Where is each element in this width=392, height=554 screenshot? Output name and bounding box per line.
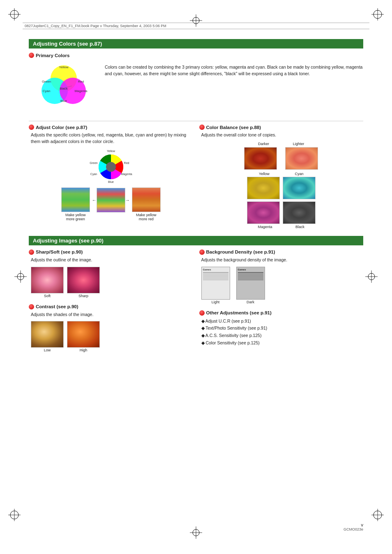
color-balance-col: Color Balance (see p.88) Adjusts the ove… (199, 125, 364, 230)
bg-density-photos: Games (201, 267, 364, 304)
balance-photo-darker (244, 147, 277, 170)
contrast-desc: Adjusts the shades of the image. (31, 312, 193, 318)
bullet-icon-2 (29, 125, 34, 130)
adjust-color-desc: Adjusts the specific colors (yellow, red… (31, 132, 193, 145)
sharp-soft-title: Sharp/Soft (see p.90) (29, 249, 193, 255)
photo-label-red: Make yellowmore red (136, 213, 157, 221)
balance-photo-magenta (247, 201, 280, 224)
balance-cyan-cell (282, 177, 316, 199)
svg-text:Green: Green (42, 80, 51, 83)
two-col-section: Adjust Color (see p.87) Adjusts the spec… (29, 125, 363, 230)
main-content: Adjusting Colors (see p.87) Primary Colo… (29, 39, 363, 517)
page-code: GCMO023e (344, 527, 363, 531)
adjust-color-col: Adjust Color (see p.87) Adjusts the spec… (29, 125, 193, 230)
svg-text:Red: Red (78, 80, 84, 83)
balance-bottom-grid (246, 177, 316, 224)
thumb-high (67, 321, 100, 348)
svg-point-27 (106, 162, 116, 172)
doc-dark: Games (236, 267, 265, 300)
photo-pencils-green (61, 187, 90, 212)
bg-density-title: Background Density (see p.91) (199, 249, 364, 255)
bullet-icon-7 (199, 310, 205, 316)
soft-label: Soft (44, 294, 51, 298)
photo-pencils-orig (97, 188, 125, 212)
contrast-section: Contrast (see p.90) Adjusts the shades o… (29, 304, 193, 353)
thumb-low (31, 321, 64, 348)
divider1 (29, 121, 363, 121)
reg-mark-bl (8, 509, 21, 521)
svg-text:Blue: Blue (60, 99, 67, 103)
other-item-3: A.C.S. Sensitivity (see p.125) (201, 332, 364, 339)
thumb-sharp (67, 267, 100, 293)
svg-text:Blue: Blue (108, 180, 114, 183)
other-item-2: Text/Photo Sensitivity (see p.91) (201, 325, 364, 332)
contrast-title: Contrast (see p.90) (29, 304, 193, 309)
svg-text:Black: Black (60, 87, 68, 90)
balance-photo-black (283, 201, 316, 224)
images-right-col: Background Density (see p.91) Adjusts th… (199, 249, 364, 353)
svg-text:Cyan: Cyan (43, 89, 51, 93)
svg-text:Yellow: Yellow (107, 150, 115, 152)
sharp-soft-desc: Adjusts the outline of the image. (31, 257, 193, 263)
right-crosshair (365, 270, 378, 284)
bullet-icon-3 (199, 125, 205, 130)
svg-text:Magenta: Magenta (74, 89, 88, 93)
adjust-color-diagram: Yellow Red Magenta Blue Cyan Green Make … (29, 148, 193, 221)
bg-density-section: Background Density (see p.91) Adjusts th… (199, 249, 364, 304)
balance-magenta-cell (246, 201, 280, 224)
other-adjustments-section: Other Adjustments (see p.91) Adjust U.C.… (199, 310, 364, 347)
balance-yellow-cell (246, 177, 280, 199)
adjust-color-title: Adjust Color (see p.87) (29, 125, 193, 130)
arrow-left: ← (92, 198, 97, 203)
page-wrapper: 0827JupiterC1_Copy_EN_F1_FM.book Page v … (0, 0, 392, 554)
left-crosshair (14, 270, 27, 284)
darker-lighter-labels: Darker Lighter (246, 142, 316, 146)
light-label: Light (212, 300, 220, 304)
high-label: High (80, 348, 88, 352)
primary-colors-section: Primary Colors Yellow Cyan Magenta Green (29, 53, 363, 113)
reg-mark-tl (8, 8, 21, 21)
balance-black-cell (282, 201, 316, 224)
color-balance-desc: Adjusts the overall color tone of copies… (201, 132, 364, 138)
balance-top-row (244, 147, 318, 170)
bottom-crosshair (190, 526, 202, 540)
bullet-icon (29, 53, 34, 58)
primary-colors-title: Primary Colors (29, 53, 363, 58)
svg-text:Red: Red (124, 162, 129, 164)
balance-photo-lighter (285, 147, 318, 170)
adjust-color-photos: Make yellowmore green ← → Make yellowmor… (61, 187, 161, 221)
color-balance-diagram: Darker Lighter Yellow (199, 142, 364, 230)
images-two-col: Sharp/Soft (see p.90) Adjusts the outlin… (29, 249, 363, 353)
other-adjustments-list: Adjust U.C.R (see p.91) Text/Photo Sensi… (201, 318, 364, 347)
page-number: v (361, 522, 364, 527)
color-venn-diagram: Yellow Cyan Magenta Green Red Blue Black (31, 60, 97, 113)
contrast-photos: Low High (31, 321, 193, 352)
photo-pencils-red (132, 187, 161, 212)
other-adjustments-title: Other Adjustments (see p.91) (199, 310, 364, 316)
sharp-label: Sharp (78, 294, 88, 298)
thumb-soft (31, 267, 64, 293)
doc-light: Games (201, 267, 230, 300)
bg-density-desc: Adjusts the background density of the im… (201, 257, 364, 263)
svg-text:Green: Green (90, 162, 98, 164)
svg-text:Yellow: Yellow (59, 65, 69, 69)
header-bar: 0827JupiterC1_Copy_EN_F1_FM.book Page v … (23, 23, 369, 29)
sharp-soft-section: Sharp/Soft (see p.90) Adjusts the outlin… (29, 249, 193, 298)
bullet-icon-4 (29, 249, 34, 255)
dark-label: Dark (247, 300, 254, 304)
section1-header: Adjusting Colors (see p.87) (29, 39, 363, 48)
svg-text:Cyan: Cyan (90, 173, 97, 176)
sharp-soft-photos: Soft Sharp (31, 267, 193, 298)
section2-header: Adjusting Images (see p.90) (29, 236, 363, 245)
bullet-icon-6 (199, 249, 205, 255)
arrow-right: → (125, 198, 130, 203)
primary-colors-content: Yellow Cyan Magenta Green Red Blue Black… (31, 60, 363, 113)
reg-mark-tr (371, 8, 384, 21)
bullet-icon-5 (29, 304, 34, 309)
other-item-1: Adjust U.C.R (see p.91) (201, 318, 364, 325)
balance-photo-yellow (247, 177, 280, 199)
reg-mark-br (371, 509, 384, 521)
svg-text:Magenta: Magenta (121, 173, 132, 176)
header-text: 0827JupiterC1_Copy_EN_F1_FM.book Page v … (25, 24, 166, 28)
balance-photo-cyan (283, 177, 316, 199)
